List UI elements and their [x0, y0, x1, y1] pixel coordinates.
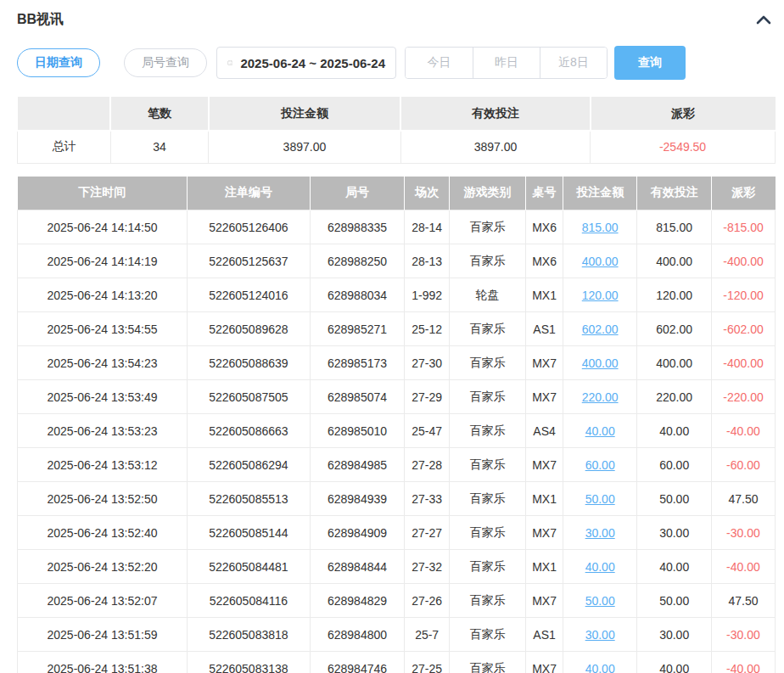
- cell-payout: -400.00: [711, 346, 775, 380]
- table-row: 2025-06-24 13:53:12 522605086294 6289849…: [18, 448, 776, 482]
- cell-session: 27-32: [405, 550, 450, 584]
- cell-table-id: MX7: [526, 448, 563, 482]
- cell-game-type: 百家乐: [449, 346, 525, 380]
- summary-total-label: 总计: [18, 131, 111, 163]
- cell-valid-bet: 40.00: [637, 550, 712, 584]
- chevron-up-icon: [755, 14, 772, 25]
- yesterday-button[interactable]: 昨日: [473, 48, 540, 78]
- bet-amount-link[interactable]: 40.00: [585, 424, 615, 438]
- date-range-input[interactable]: 2025-06-24 ~ 2025-06-24: [216, 47, 396, 79]
- cell-session: 27-28: [405, 448, 450, 482]
- cell-game-type: 百家乐: [449, 550, 525, 584]
- cell-payout: -60.00: [711, 448, 775, 482]
- cell-bet-amount: 30.00: [563, 618, 637, 652]
- summary-header-bet-amount: 投注金额: [209, 97, 401, 131]
- cell-bet-time: 2025-06-24 13:51:59: [18, 618, 188, 652]
- bet-amount-link[interactable]: 400.00: [582, 255, 619, 268]
- table-row: 2025-06-24 13:52:40 522605085144 6289849…: [18, 516, 776, 550]
- cell-session: 28-14: [405, 210, 450, 244]
- cell-round-id: 628988250: [310, 244, 405, 278]
- cell-order-id: 522605089628: [188, 312, 311, 346]
- table-row: 2025-06-24 14:14:19 522605125637 6289882…: [18, 244, 776, 278]
- cell-payout: 47.50: [711, 584, 775, 618]
- table-row: 2025-06-24 13:52:50 522605085513 6289849…: [18, 482, 776, 516]
- bet-amount-link[interactable]: 30.00: [585, 526, 615, 540]
- cell-round-id: 628984844: [310, 550, 405, 584]
- summary-total-row: 总计 34 3897.00 3897.00 -2549.50: [18, 131, 776, 163]
- cell-table-id: MX1: [526, 550, 563, 584]
- cell-round-id: 628985271: [310, 312, 405, 346]
- bet-amount-link[interactable]: 815.00: [582, 221, 619, 234]
- bet-amount-link[interactable]: 50.00: [585, 492, 615, 506]
- cell-session: 27-29: [405, 380, 450, 414]
- cell-bet-amount: 40.00: [563, 652, 637, 673]
- summary-header-payout: 派彩: [591, 97, 776, 131]
- cell-session: 25-12: [405, 312, 450, 346]
- cell-game-type: 百家乐: [449, 414, 525, 448]
- summary-total-valid-bet: 3897.00: [400, 131, 590, 163]
- cell-round-id: 628984939: [310, 482, 405, 516]
- cell-table-id: AS4: [526, 414, 563, 448]
- tab-date-query[interactable]: 日期查询: [17, 48, 100, 77]
- bet-amount-link[interactable]: 602.00: [582, 322, 619, 336]
- cell-valid-bet: 30.00: [637, 516, 712, 550]
- bet-amount-link[interactable]: 120.00: [582, 289, 619, 302]
- panel-header: BB视讯: [17, 7, 776, 32]
- filter-toolbar: 日期查询 局号查询 2025-06-24 ~ 2025-06-24 今日 昨日 …: [17, 46, 776, 80]
- cell-bet-time: 2025-06-24 13:53:49: [18, 380, 188, 414]
- cell-order-id: 522605087505: [188, 380, 311, 414]
- last-8-days-button[interactable]: 近8日: [540, 48, 607, 78]
- tab-round-query[interactable]: 局号查询: [124, 48, 207, 77]
- bet-amount-link[interactable]: 50.00: [585, 594, 615, 608]
- cell-bet-time: 2025-06-24 13:52:07: [18, 584, 188, 618]
- bet-amount-link[interactable]: 60.00: [585, 458, 615, 472]
- cell-bet-amount: 400.00: [563, 244, 637, 278]
- cell-valid-bet: 60.00: [637, 448, 712, 482]
- bet-amount-link[interactable]: 220.00: [582, 390, 619, 404]
- cell-payout: -120.00: [711, 278, 775, 312]
- cell-payout: -40.00: [711, 550, 775, 584]
- cell-payout: -400.00: [711, 244, 775, 278]
- cell-order-id: 522605086294: [188, 448, 311, 482]
- cell-order-id: 522605088639: [188, 346, 311, 380]
- cell-order-id: 522605126406: [188, 210, 311, 244]
- col-bet-amount: 投注金额: [563, 177, 637, 210]
- summary-header-empty: [18, 97, 111, 131]
- collapse-chevron-up-icon[interactable]: [755, 14, 772, 25]
- cell-game-type: 百家乐: [449, 482, 525, 516]
- cell-table-id: MX7: [526, 584, 563, 618]
- cell-round-id: 628984800: [310, 618, 405, 652]
- cell-valid-bet: 40.00: [637, 414, 712, 448]
- bet-amount-link[interactable]: 400.00: [582, 356, 619, 370]
- cell-bet-time: 2025-06-24 13:52:40: [18, 516, 188, 550]
- cell-table-id: MX7: [526, 652, 563, 673]
- bet-amount-link[interactable]: 40.00: [585, 662, 615, 673]
- bet-amount-link[interactable]: 40.00: [585, 560, 615, 574]
- cell-order-id: 522605085144: [188, 516, 311, 550]
- cell-bet-amount: 400.00: [563, 346, 637, 380]
- calendar-icon: [227, 55, 232, 70]
- date-range-value: 2025-06-24 ~ 2025-06-24: [240, 56, 385, 70]
- cell-payout: -40.00: [711, 414, 775, 448]
- bet-records-table: 下注时间 注单编号 局号 场次 游戏类别 桌号 投注金额 有效投注 派彩 202…: [17, 177, 776, 673]
- cell-bet-amount: 120.00: [563, 278, 637, 312]
- cell-round-id: 628988034: [310, 278, 405, 312]
- cell-game-type: 百家乐: [449, 618, 525, 652]
- col-round-id: 局号: [310, 177, 405, 210]
- cell-order-id: 522605083138: [188, 652, 311, 673]
- cell-game-type: 百家乐: [449, 312, 525, 346]
- cell-order-id: 522605086663: [188, 414, 311, 448]
- cell-bet-time: 2025-06-24 13:52:20: [18, 550, 188, 584]
- cell-valid-bet: 400.00: [637, 346, 712, 380]
- cell-payout: -815.00: [711, 210, 775, 244]
- cell-order-id: 522605084481: [188, 550, 311, 584]
- today-button[interactable]: 今日: [406, 48, 473, 78]
- cell-bet-time: 2025-06-24 14:14:50: [18, 210, 188, 244]
- search-button[interactable]: 查询: [614, 46, 686, 80]
- cell-bet-amount: 50.00: [563, 584, 637, 618]
- table-row: 2025-06-24 13:52:07 522605084116 6289848…: [18, 584, 776, 618]
- bb-video-panel: BB视讯 日期查询 局号查询 2025-06-24 ~ 2025-06-24 今…: [0, 0, 784, 673]
- summary-header-count: 笔数: [110, 97, 208, 131]
- bet-amount-link[interactable]: 30.00: [585, 628, 615, 642]
- table-row: 2025-06-24 13:53:49 522605087505 6289850…: [18, 380, 776, 414]
